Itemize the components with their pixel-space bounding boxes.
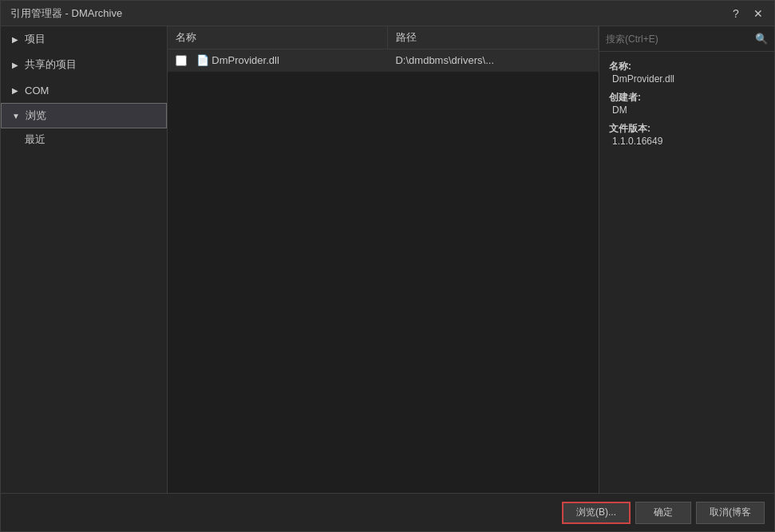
file-path-cell: D:\dmdbms\drivers\... <box>387 49 598 72</box>
file-name-cell: 📄 DmProvider.dll <box>168 49 387 72</box>
file-name: DmProvider.dll <box>212 54 279 66</box>
search-icon[interactable]: 🔍 <box>755 33 768 45</box>
chevron-right-icon: ▶ <box>10 86 20 95</box>
sidebar-subitem-label: 最近 <box>25 132 45 147</box>
info-version-value: 1.1.0.16649 <box>609 136 765 147</box>
info-panel: 名称: DmProvider.dll 创建者: DM 文件版本: 1.1.0.1… <box>599 52 774 155</box>
col-header-path: 路径 <box>387 26 598 49</box>
sidebar-item-label: 浏览 <box>26 108 46 123</box>
info-creator-value: DM <box>609 104 765 116</box>
sidebar-item-label: 项目 <box>25 32 45 46</box>
browse-button[interactable]: 浏览(B)... <box>562 502 631 524</box>
info-version-label: 文件版本: <box>609 122 765 136</box>
search-bar: 🔍 <box>599 26 774 52</box>
sidebar-item-label: COM <box>25 85 49 97</box>
file-table: 名称 路径 📄 DmProvider.dll D:\dmdbms\drivers… <box>168 26 599 72</box>
info-name-label: 名称: <box>609 60 765 73</box>
sidebar-item-com[interactable]: ▶ COM <box>1 77 167 103</box>
close-button[interactable]: ✕ <box>749 4 768 23</box>
sidebar-item-browse[interactable]: ▼ 浏览 <box>1 103 167 128</box>
right-panel: 🔍 名称: DmProvider.dll 创建者: DM 文件版本: <box>599 26 774 493</box>
sidebar-item-shared-projects[interactable]: ▶ 共享的项目 <box>1 52 167 77</box>
help-button[interactable]: ? <box>726 4 745 23</box>
file-icon: 📄 <box>196 54 209 66</box>
title-bar: 引用管理器 - DMArchive ? ✕ <box>1 1 774 26</box>
chevron-right-icon: ▶ <box>10 35 20 44</box>
info-creator-label: 创建者: <box>609 91 765 104</box>
sidebar-subitem-recent[interactable]: 最近 <box>1 128 167 151</box>
col-header-name: 名称 <box>168 26 387 49</box>
chevron-right-icon: ▶ <box>10 61 20 69</box>
cancel-button[interactable]: 取消(博客 <box>696 502 765 524</box>
content-area: ▶ 项目 ▶ 共享的项目 ▶ COM ▼ 浏览 最近 <box>1 26 774 493</box>
search-input[interactable] <box>606 33 752 45</box>
file-checkbox[interactable] <box>176 55 187 66</box>
table-container[interactable]: 名称 路径 📄 DmProvider.dll D:\dmdbms\drivers… <box>168 26 599 493</box>
window: 引用管理器 - DMArchive ? ✕ ▶ 项目 ▶ 共享的项目 ▶ COM… <box>0 0 775 532</box>
main-content: 名称 路径 📄 DmProvider.dll D:\dmdbms\drivers… <box>168 26 599 493</box>
chevron-down-icon: ▼ <box>11 112 21 120</box>
sidebar: ▶ 项目 ▶ 共享的项目 ▶ COM ▼ 浏览 最近 <box>1 26 168 493</box>
sidebar-item-label: 共享的项目 <box>25 57 77 72</box>
sidebar-item-projects[interactable]: ▶ 项目 <box>1 26 167 52</box>
info-name-value: DmProvider.dll <box>609 73 765 85</box>
confirm-button[interactable]: 确定 <box>635 502 691 524</box>
table-row[interactable]: 📄 DmProvider.dll D:\dmdbms\drivers\... <box>168 49 599 72</box>
window-title: 引用管理器 - DMArchive <box>10 6 122 21</box>
title-controls: ? ✕ <box>726 4 768 23</box>
bottom-bar: 浏览(B)... 确定 取消(博客 <box>1 493 774 531</box>
